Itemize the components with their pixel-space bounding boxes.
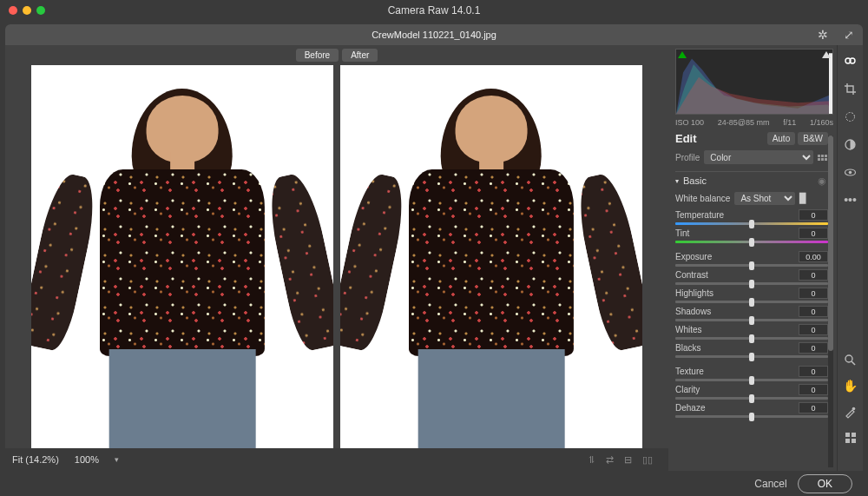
whites-knob[interactable]: [749, 334, 754, 343]
blacks-value[interactable]: [799, 342, 828, 354]
dialog-footer: Cancel OK: [0, 471, 868, 496]
svg-point-8: [852, 407, 856, 410]
tint-slider[interactable]: [675, 241, 828, 243]
settings-icon[interactable]: ✲: [816, 28, 830, 42]
compare-icon-4[interactable]: ▯▯: [642, 454, 653, 466]
temperature-value[interactable]: [799, 209, 828, 221]
highlights-knob[interactable]: [749, 298, 754, 307]
maximize-window-button[interactable]: [36, 6, 45, 15]
compare-icon-1[interactable]: ⥮: [588, 454, 595, 466]
chevron-down-icon: ▾: [675, 177, 679, 185]
main-area: Before After Fit (14.2%) 100% ▾ ⥮ ⇄ ⊟ ▯▯: [5, 45, 863, 471]
sampler-tool-icon[interactable]: [844, 405, 858, 419]
close-window-button[interactable]: [9, 6, 17, 15]
zoom-tool-icon[interactable]: [844, 353, 858, 367]
whites-value[interactable]: [799, 324, 828, 335]
edit-title: Edit: [675, 132, 697, 145]
contrast-knob[interactable]: [749, 280, 754, 288]
preview-area: Before After Fit (14.2%) 100% ▾ ⥮ ⇄ ⊟ ▯▯: [5, 45, 668, 471]
panel-scrollbar[interactable]: [828, 136, 833, 467]
tool-strip: ••• ✋: [837, 45, 863, 471]
dehaze-value[interactable]: [799, 402, 828, 413]
grid-tool-icon[interactable]: [844, 431, 858, 445]
tint-knob[interactable]: [749, 238, 754, 247]
contrast-label: Contrast: [675, 270, 708, 280]
profile-label: Profile: [675, 153, 700, 162]
highlight-clip-icon[interactable]: [822, 51, 831, 58]
temperature-knob[interactable]: [749, 220, 754, 228]
texture-value[interactable]: [799, 366, 828, 377]
shadow-clip-icon[interactable]: [678, 51, 687, 58]
tint-slider-row: Tint: [675, 228, 828, 243]
cancel-button[interactable]: Cancel: [754, 478, 786, 490]
histogram[interactable]: [675, 49, 833, 115]
temperature-slider-row: Temperature: [675, 209, 828, 225]
auto-button[interactable]: Auto: [767, 132, 796, 145]
dehaze-slider[interactable]: [675, 415, 828, 418]
tint-value[interactable]: [799, 228, 828, 239]
whites-label: Whites: [675, 325, 702, 334]
hand-tool-icon[interactable]: ✋: [844, 379, 858, 393]
zoom-dropdown-icon[interactable]: ▾: [115, 455, 119, 464]
svg-line-7: [852, 361, 855, 365]
blacks-label: Blacks: [675, 343, 700, 353]
before-tab[interactable]: Before: [296, 49, 339, 62]
after-image[interactable]: [340, 65, 642, 448]
scrollbar-thumb[interactable]: [828, 136, 833, 351]
dehaze-knob[interactable]: [749, 413, 754, 421]
whites-slider[interactable]: [675, 337, 828, 340]
wb-label: White balance: [675, 194, 730, 203]
shadows-knob[interactable]: [749, 316, 754, 325]
highlights-value[interactable]: [799, 288, 828, 299]
exposure-value[interactable]: [799, 251, 828, 262]
profile-select[interactable]: Color: [704, 150, 813, 164]
visibility-icon[interactable]: ◉: [818, 175, 826, 187]
clarity-knob[interactable]: [749, 394, 754, 403]
mask-tool-icon[interactable]: [844, 137, 858, 151]
redeye-tool-icon[interactable]: [844, 165, 858, 179]
after-tab[interactable]: After: [342, 49, 378, 62]
contrast-slider[interactable]: [675, 282, 828, 285]
more-icon[interactable]: •••: [844, 193, 858, 207]
svg-point-6: [845, 355, 852, 362]
shadows-slider[interactable]: [675, 319, 828, 321]
texture-slider[interactable]: [675, 379, 828, 381]
texture-knob[interactable]: [749, 376, 754, 385]
edit-tool-icon[interactable]: [844, 54, 858, 68]
eyedropper-icon[interactable]: ▉: [799, 193, 806, 204]
compare-icon-3[interactable]: ⊟: [624, 454, 632, 466]
blacks-knob[interactable]: [749, 353, 754, 361]
basic-section-header[interactable]: ▾ Basic ◉: [675, 171, 828, 189]
before-image[interactable]: [31, 65, 333, 448]
contrast-value[interactable]: [799, 269, 828, 281]
edit-panel: ISO 100 24-85@85 mm f/11 1/160s Edit Aut…: [668, 45, 837, 471]
exposure-slider[interactable]: [675, 264, 828, 267]
zoom-100[interactable]: 100%: [68, 454, 106, 465]
svg-rect-9: [845, 433, 850, 437]
meta-shutter: 1/160s: [810, 118, 833, 127]
exposure-knob[interactable]: [749, 261, 754, 270]
compare-icon-2[interactable]: ⇄: [606, 454, 614, 466]
bw-button[interactable]: B&W: [798, 132, 828, 145]
clarity-slider[interactable]: [675, 397, 828, 400]
temperature-slider[interactable]: [675, 222, 828, 225]
ok-button[interactable]: OK: [798, 474, 852, 493]
minimize-window-button[interactable]: [23, 6, 31, 15]
dehaze-slider-row: Dehaze: [675, 402, 828, 418]
wb-select[interactable]: As Shot: [734, 192, 795, 205]
app-title: Camera Raw 14.0.1: [388, 4, 481, 17]
blacks-slider-row: Blacks: [675, 342, 828, 358]
fullscreen-icon[interactable]: ⤢: [842, 28, 856, 42]
zoom-fit[interactable]: Fit (14.2%): [12, 454, 59, 465]
svg-rect-10: [852, 433, 856, 437]
shadows-value[interactable]: [799, 306, 828, 317]
svg-rect-12: [852, 439, 856, 443]
blacks-slider[interactable]: [675, 355, 828, 358]
crop-tool-icon[interactable]: [844, 82, 858, 96]
svg-rect-11: [845, 439, 850, 443]
heal-tool-icon[interactable]: [844, 109, 858, 123]
highlights-slider[interactable]: [675, 301, 828, 303]
clarity-value[interactable]: [799, 384, 828, 395]
profile-browser-icon[interactable]: [818, 155, 828, 161]
highlights-slider-row: Highlights: [675, 288, 828, 303]
